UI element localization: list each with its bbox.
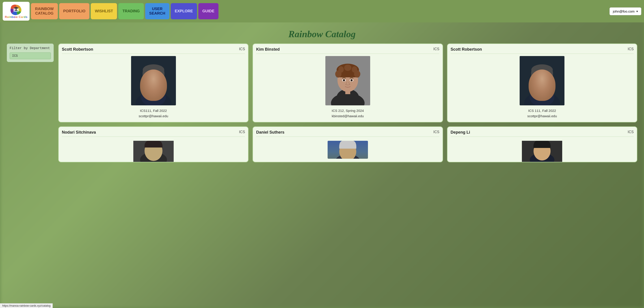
card-info: ICS 111, Fall 2022 scottpr@hawaii.edu — [527, 108, 557, 119]
card-nodari-sitchinava[interactable]: Nodari Sitchinava ICS — [58, 126, 248, 162]
svg-point-47 — [537, 79, 539, 81]
nav-wishlist-button[interactable]: WISHLIST — [91, 3, 117, 19]
card-photo-partial — [328, 141, 368, 159]
card-department: ICS — [433, 130, 440, 134]
card-department: ICS — [433, 47, 440, 51]
svg-rect-8 — [151, 88, 156, 94]
svg-point-35 — [343, 80, 344, 81]
svg-point-46 — [544, 79, 548, 82]
card-person-name: Depeng Li — [450, 130, 626, 135]
logo[interactable]: Rainbow Cards — [3, 2, 30, 20]
svg-marker-41 — [537, 88, 542, 95]
svg-point-50 — [546, 80, 547, 81]
svg-point-39 — [530, 88, 554, 105]
card-header: Scott Robertson ICS — [62, 47, 245, 54]
card-email: scottpr@hawaii.edu — [527, 114, 557, 119]
card-photo — [325, 56, 370, 105]
card-photo — [520, 56, 564, 105]
card-email: kbinsted@hawaii.edu — [332, 114, 364, 119]
card-header: Daniel Suthers ICS — [256, 130, 439, 137]
svg-point-13 — [148, 79, 151, 82]
svg-point-11 — [143, 68, 164, 93]
card-person-name: Daniel Suthers — [256, 130, 431, 135]
card-department: ICS — [628, 47, 634, 51]
svg-rect-40 — [539, 88, 545, 94]
svg-point-7 — [141, 88, 166, 105]
nav-portfolio-button[interactable]: PORTFOLIO — [59, 3, 90, 19]
svg-marker-42 — [542, 88, 548, 95]
svg-point-29 — [352, 66, 357, 73]
card-header: Nodari Sitchinava ICS — [62, 130, 245, 137]
card-person-name: Scott Robertson — [450, 47, 626, 52]
card-person-name: Nodari Sitchinava — [62, 130, 237, 135]
nav-trading-button[interactable]: TRADING — [118, 3, 144, 19]
card-person-name: Scott Robertson — [62, 47, 237, 52]
svg-point-17 — [149, 80, 150, 81]
card-department: ICS — [239, 130, 245, 134]
card-email: scottpr@hawaii.edu — [139, 114, 168, 119]
card-scott-robertson-2[interactable]: Scott Robertson ICS — [447, 44, 637, 122]
card-header: Depeng Li ICS — [450, 130, 634, 137]
card-info: ICS 212, Spring 2024 kbinsted@hawaii.edu — [332, 108, 364, 119]
svg-point-49 — [538, 80, 539, 81]
sidebar-filter-label: Filter by Department — [10, 46, 51, 50]
card-photo-partial — [522, 141, 562, 162]
card-photo-partial — [133, 141, 174, 162]
svg-point-45 — [536, 79, 540, 82]
svg-marker-9 — [148, 88, 154, 95]
cards-grid: Scott Robertson ICS — [58, 44, 637, 162]
main-content: Filter by Department ICS Scott Robertson… — [0, 44, 644, 169]
nav-guide-button[interactable]: GUIDE — [198, 3, 218, 19]
card-course: ICS 111, Fall 2022 — [527, 108, 557, 114]
svg-point-30 — [344, 64, 351, 71]
svg-point-19 — [150, 76, 157, 84]
card-header: Scott Robertson ICS — [450, 47, 634, 54]
svg-point-16 — [156, 79, 159, 81]
card-course: ICS 212, Spring 2024 — [332, 108, 364, 114]
sidebar-dept-ics[interactable]: ICS — [10, 52, 51, 59]
navbar: Rainbow Cards RAINBOWCATALOG PORTFOLIO W… — [0, 0, 644, 22]
card-scott-robertson-1[interactable]: Scott Robertson ICS — [58, 44, 248, 122]
card-kim-binsted[interactable]: Kim Binsted ICS — [252, 44, 443, 122]
nav-catalog-button[interactable]: RAINBOWCATALOG — [31, 3, 58, 19]
status-url: https://manoa-rainbow-cards.xyz/catalog — [2, 304, 50, 307]
card-photo — [131, 56, 176, 105]
user-menu[interactable]: john@foo.com — [610, 8, 641, 15]
card-header: Kim Binsted ICS — [256, 47, 439, 54]
sidebar: Filter by Department ICS — [7, 44, 54, 62]
user-email: john@foo.com — [613, 10, 634, 13]
card-person-name: Kim Binsted — [256, 47, 431, 52]
svg-point-48 — [545, 79, 547, 81]
svg-point-14 — [156, 79, 159, 82]
svg-rect-4 — [15, 10, 18, 11]
card-info: ICS111, Fall 2022 scottpr@hawaii.edu — [139, 108, 168, 119]
svg-point-36 — [351, 80, 352, 81]
nav-user-search-button[interactable]: USERSEARCH — [145, 3, 170, 19]
card-daniel-suthers[interactable]: Daniel Suthers ICS — [252, 126, 443, 162]
card-department: ICS — [628, 130, 634, 134]
svg-point-28 — [338, 66, 344, 73]
page-title: Rainbow Catalog — [0, 22, 644, 44]
card-department: ICS — [239, 47, 245, 51]
card-course: ICS111, Fall 2022 — [139, 108, 168, 114]
nav-explore-button[interactable]: EXPLORE — [171, 3, 197, 19]
svg-point-43 — [531, 68, 553, 93]
svg-point-15 — [148, 79, 150, 81]
card-depeng-li[interactable]: Depeng Li ICS — [447, 126, 637, 162]
status-bar: https://manoa-rainbow-cards.xyz/catalog — [0, 303, 53, 308]
svg-point-18 — [157, 80, 158, 81]
logo-text: Rainbow Cards — [5, 15, 27, 18]
svg-marker-10 — [154, 88, 159, 95]
